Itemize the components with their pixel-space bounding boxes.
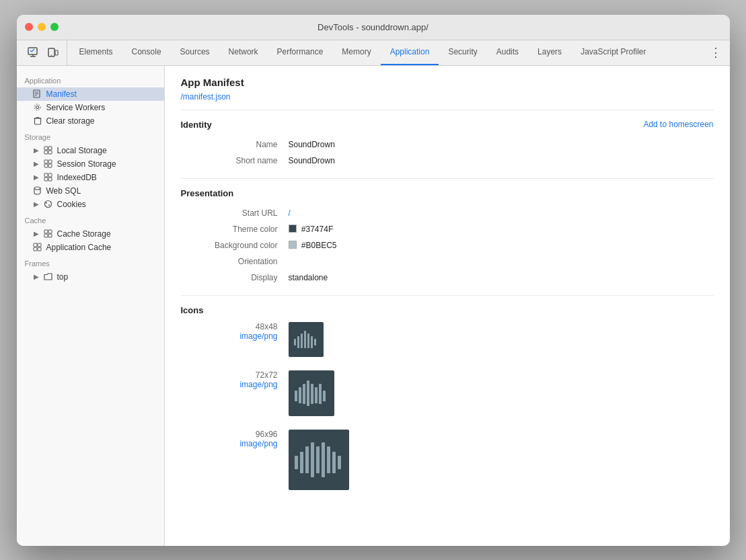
indexeddb-icon xyxy=(44,173,53,182)
device-icon[interactable] xyxy=(45,44,61,61)
field-label-theme-color: Theme color xyxy=(181,225,289,234)
svg-point-10 xyxy=(36,106,39,109)
sidebar-item-cache-storage-label: Cache Storage xyxy=(57,229,111,239)
sidebar-item-cookies[interactable]: ▶ Cookies xyxy=(17,198,164,211)
window-title: DevTools - sounddrown.app/ xyxy=(318,22,428,32)
toggle-cache-storage[interactable]: ▶ xyxy=(33,230,40,237)
icon-item-72: 72x72 image/png xyxy=(181,370,714,416)
sidebar-item-sw-label: Service Workers xyxy=(46,103,106,112)
svg-rect-54 xyxy=(319,384,322,404)
add-homescreen-link[interactable]: Add to homescreen xyxy=(643,120,713,129)
svg-rect-61 xyxy=(322,442,325,477)
field-label-start-url: Start URL xyxy=(181,208,289,218)
content-panel: App Manifest /manifest.json Identity Add… xyxy=(165,66,730,546)
more-options-icon[interactable]: ⋮ xyxy=(704,40,727,65)
icon-meta-96: 96x96 image/png xyxy=(181,430,289,448)
maximize-button[interactable] xyxy=(50,23,59,31)
tab-elements[interactable]: Elements xyxy=(70,40,122,65)
sidebar-item-cache-storage[interactable]: ▶ Cache Storage xyxy=(17,227,164,241)
local-storage-icon xyxy=(44,146,53,155)
field-short-name: Short name SoundDrown xyxy=(181,153,714,169)
theme-color-swatch xyxy=(289,225,297,233)
icon-item-96: 96x96 image/png xyxy=(181,430,714,490)
svg-rect-40 xyxy=(38,247,41,251)
tab-memory[interactable]: Memory xyxy=(332,40,380,65)
svg-rect-18 xyxy=(48,147,52,150)
tab-sources[interactable]: Sources xyxy=(171,40,219,65)
svg-rect-42 xyxy=(297,336,299,348)
field-label-short-name: Short name xyxy=(181,156,289,165)
devtools-window: DevTools - sounddrown.app/ E xyxy=(17,15,730,546)
sidebar-item-clear-storage[interactable]: Clear storage xyxy=(17,114,164,128)
svg-rect-51 xyxy=(307,381,309,406)
field-name: Name SoundDrown xyxy=(181,136,714,153)
tab-performance[interactable]: Performance xyxy=(268,40,333,65)
toggle-indexeddb[interactable]: ▶ xyxy=(33,173,40,181)
icon-preview-72 xyxy=(289,370,334,416)
sidebar-item-session-storage-label: Session Storage xyxy=(57,159,116,169)
svg-rect-60 xyxy=(316,446,320,473)
toggle-local-storage[interactable]: ▶ xyxy=(33,147,40,154)
toggle-top[interactable]: ▶ xyxy=(33,273,40,280)
field-value-start-url[interactable]: / xyxy=(289,208,291,218)
svg-rect-55 xyxy=(323,391,326,401)
close-button[interactable] xyxy=(25,23,33,31)
svg-rect-19 xyxy=(44,151,48,154)
field-bg-color: Background color #B0BEC5 xyxy=(181,237,714,253)
svg-rect-58 xyxy=(305,446,309,473)
icon-size-72: 72x72 xyxy=(181,370,278,380)
tab-layers[interactable]: Layers xyxy=(528,40,571,65)
sidebar-item-indexeddb[interactable]: ▶ IndexedDB xyxy=(17,171,164,184)
field-label-orientation: Orientation xyxy=(181,257,289,266)
tab-audits[interactable]: Audits xyxy=(487,40,528,65)
svg-rect-44 xyxy=(304,331,306,348)
field-start-url: Start URL / xyxy=(181,205,714,221)
presentation-section: Presentation Start URL / Theme color #37… xyxy=(181,178,714,295)
svg-point-5 xyxy=(50,54,52,56)
main-content: Application Manifest xyxy=(17,66,730,546)
field-value-theme-color: #37474F xyxy=(289,225,334,234)
toggle-cookies[interactable]: ▶ xyxy=(33,200,40,208)
tab-network[interactable]: Network xyxy=(219,40,268,65)
icon-type-96: image/png xyxy=(181,439,278,448)
sidebar-item-web-sql[interactable]: Web SQL xyxy=(17,184,164,198)
sidebar-item-app-cache[interactable]: Application Cache xyxy=(17,241,164,254)
icons-title: Icons xyxy=(181,305,714,315)
manifest-icon xyxy=(33,89,42,99)
traffic-lights xyxy=(25,23,59,31)
svg-rect-23 xyxy=(44,164,48,167)
content-title: App Manifest xyxy=(181,77,714,88)
field-label-bg-color: Background color xyxy=(181,241,289,250)
sidebar-item-app-cache-label: Application Cache xyxy=(46,243,112,252)
sidebar-item-manifest[interactable]: Manifest xyxy=(17,87,164,101)
sidebar-item-session-storage[interactable]: ▶ Session Storage xyxy=(17,157,164,171)
manifest-link[interactable]: /manifest.json xyxy=(181,92,231,102)
tab-security[interactable]: Security xyxy=(439,40,486,65)
svg-rect-52 xyxy=(311,384,313,404)
web-sql-icon xyxy=(33,186,42,196)
sidebar-section-cache: Cache xyxy=(17,211,164,227)
sidebar-section-frames: Frames xyxy=(17,254,164,270)
session-storage-icon xyxy=(44,159,53,169)
toggle-session-storage[interactable]: ▶ xyxy=(33,160,40,167)
svg-rect-21 xyxy=(44,160,48,163)
svg-rect-47 xyxy=(314,339,316,346)
svg-rect-64 xyxy=(338,456,341,469)
svg-point-11 xyxy=(34,104,40,110)
sidebar-item-service-workers[interactable]: Service Workers xyxy=(17,101,164,114)
sidebar-item-top[interactable]: ▶ top xyxy=(17,270,164,284)
tab-application[interactable]: Application xyxy=(381,40,439,65)
cookies-icon xyxy=(44,200,53,209)
svg-rect-27 xyxy=(44,177,48,181)
inspect-icon[interactable] xyxy=(25,44,41,61)
svg-point-29 xyxy=(34,187,40,190)
svg-rect-35 xyxy=(44,234,48,237)
tab-console[interactable]: Console xyxy=(122,40,171,65)
folder-icon xyxy=(44,272,53,282)
sidebar-item-local-storage[interactable]: ▶ Local Storage xyxy=(17,144,164,157)
minimize-button[interactable] xyxy=(38,23,46,31)
content-header: App Manifest /manifest.json xyxy=(181,77,714,102)
svg-rect-33 xyxy=(44,230,48,233)
field-label-display: Display xyxy=(181,273,289,282)
tab-js-profiler[interactable]: JavaScript Profiler xyxy=(571,40,655,65)
